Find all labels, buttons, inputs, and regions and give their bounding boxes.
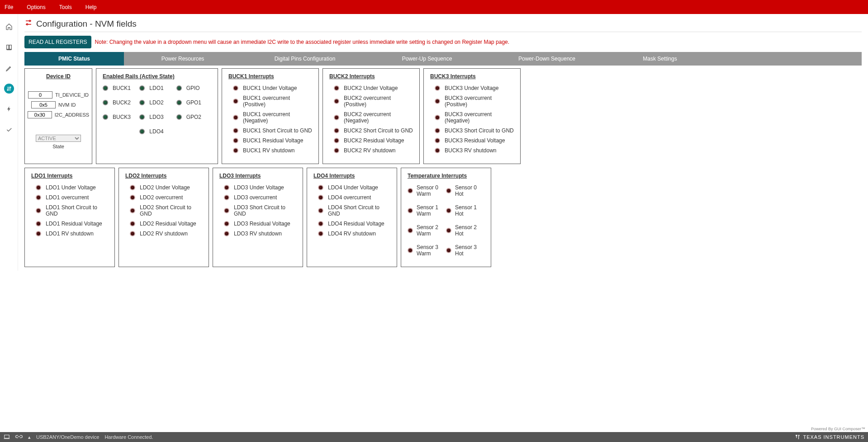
read-all-registers-button[interactable]: READ ALL REGISTERS	[24, 36, 91, 48]
led-indicator-row: LDO1	[139, 85, 174, 91]
led-icon	[334, 115, 339, 120]
led-indicator-row: Sensor 1 Hot	[446, 204, 484, 217]
led-label: LDO1 Residual Voltage	[46, 221, 102, 227]
ti-device-id-input[interactable]	[28, 91, 52, 99]
tab-power-down[interactable]: Power-Down Sequence	[486, 52, 608, 66]
led-indicator-row: LDO1 RV shutdown	[31, 230, 108, 237]
menu-help[interactable]: Help	[85, 4, 97, 10]
led-indicator-row: BUCK2 Residual Voltage	[329, 137, 413, 144]
book-icon[interactable]	[4, 42, 14, 53]
led-indicator-row: LDO3	[139, 114, 174, 120]
led-label: LDO2 overcurrent	[140, 194, 183, 201]
led-indicator-row: BUCK1	[103, 85, 138, 91]
led-label: LDO2 RV shutdown	[140, 230, 188, 237]
menu-file[interactable]: File	[5, 4, 13, 10]
panel-buck3-interrupts: BUCK3 Interrupts BUCK3 Under VoltageBUCK…	[423, 68, 521, 164]
tab-pmic-status[interactable]: PMIC Status	[24, 52, 124, 66]
tab-mask-settings[interactable]: Mask Settings	[608, 52, 712, 66]
nvm-id-input[interactable]	[31, 101, 56, 108]
menu-tools[interactable]: Tools	[59, 4, 72, 10]
tab-power-resources[interactable]: Power Resources	[124, 52, 242, 66]
led-indicator-row: LDO3 Residual Voltage	[219, 221, 296, 227]
led-icon	[36, 195, 41, 200]
led-label: Sensor 3 Warm	[417, 244, 446, 257]
led-label: LDO3 Under Voltage	[234, 184, 284, 191]
led-label: BUCK1	[113, 85, 131, 91]
led-label: BUCK1 Short Circuit to GND	[243, 127, 312, 134]
tab-digital-pins[interactable]: Digital Pins Configuration	[242, 52, 368, 66]
top-menu: File Options Tools Help	[0, 0, 868, 14]
led-label: BUCK2 Residual Voltage	[344, 137, 404, 144]
led-indicator-row: BUCK3 RV shutdown	[430, 147, 514, 154]
led-indicator-row: BUCK1 Residual Voltage	[228, 137, 312, 144]
led-icon	[318, 231, 323, 236]
led-indicator-row: BUCK2 RV shutdown	[329, 147, 413, 154]
led-icon	[233, 85, 238, 91]
menu-options[interactable]: Options	[27, 4, 45, 10]
led-indicator-row: LDO1 Short Circuit to GND	[31, 204, 108, 217]
led-indicator-row: Sensor 1 Warm	[408, 204, 446, 217]
nvm-id-label: NVM ID	[58, 102, 85, 108]
led-icon	[446, 228, 451, 233]
led-indicator-row: BUCK1 overcurrent (Negative)	[228, 111, 312, 124]
home-icon[interactable]	[4, 21, 14, 32]
note-text: Note: Changing the value in a dropdown m…	[95, 39, 510, 45]
led-label: LDO1 RV shutdown	[46, 230, 94, 237]
led-label: LDO3 RV shutdown	[234, 230, 282, 237]
state-select[interactable]: ACTIVE	[36, 135, 81, 142]
led-label: BUCK1 Residual Voltage	[243, 137, 303, 144]
led-icon	[103, 85, 108, 91]
led-indicator-row: LDO2 RV shutdown	[125, 230, 202, 237]
led-icon	[233, 138, 238, 143]
led-label: LDO4 RV shutdown	[328, 230, 376, 237]
led-label: BUCK2 overcurrent (Positive)	[344, 95, 413, 108]
led-indicator-row: Sensor 2 Hot	[446, 224, 484, 237]
led-icon	[408, 228, 413, 233]
led-indicator-row: BUCK2	[103, 99, 138, 106]
led-indicator-row: LDO1 Under Voltage	[31, 184, 108, 191]
i2c-address-label: I2C_ADDRESS	[55, 112, 89, 118]
led-icon	[435, 115, 440, 120]
led-indicator-row: LDO1 overcurrent	[31, 194, 108, 201]
left-sidebar	[0, 14, 18, 271]
pencil-icon[interactable]	[4, 63, 14, 74]
led-label: BUCK3 Under Voltage	[445, 85, 498, 91]
led-label: LDO4 Under Voltage	[328, 184, 378, 191]
led-label: BUCK2 RV shutdown	[344, 147, 396, 154]
led-icon	[334, 99, 339, 104]
led-indicator-row: LDO3 overcurrent	[219, 194, 296, 201]
svg-point-2	[29, 20, 31, 22]
led-icon	[408, 208, 413, 213]
led-icon	[130, 195, 135, 200]
led-icon	[224, 231, 229, 236]
led-indicator-row: LDO2 Residual Voltage	[125, 221, 202, 227]
led-indicator-row: LDO2 overcurrent	[125, 194, 202, 201]
led-label: BUCK3 overcurrent (Negative)	[445, 111, 514, 124]
led-icon	[318, 208, 323, 213]
bolt-icon[interactable]	[4, 103, 14, 114]
led-icon	[176, 85, 182, 91]
led-icon	[334, 85, 339, 91]
led-label: LDO4 Short Circuit to GND	[328, 204, 390, 217]
i2c-address-input[interactable]	[28, 111, 52, 118]
panel-title: BUCK3 Interrupts	[430, 73, 514, 80]
led-indicator-row: LDO2 Under Voltage	[125, 184, 202, 191]
led-indicator-row: LDO3 Under Voltage	[219, 184, 296, 191]
led-icon	[224, 195, 229, 200]
led-indicator-row: Sensor 0 Warm	[408, 184, 446, 197]
led-icon	[233, 99, 238, 104]
led-label: Sensor 0 Hot	[455, 184, 484, 197]
led-indicator-row: BUCK2 overcurrent (Negative)	[329, 111, 413, 124]
svg-point-3	[27, 24, 28, 25]
config-icon[interactable]	[4, 84, 14, 94]
led-label: LDO3 Short Circuit to GND	[234, 204, 296, 217]
led-icon	[408, 248, 413, 253]
check-icon[interactable]	[4, 124, 14, 135]
led-indicator-row: GPO1	[176, 99, 211, 106]
led-icon	[435, 138, 440, 143]
tab-power-up[interactable]: Power-Up Sequence	[368, 52, 486, 66]
led-label: Sensor 3 Hot	[455, 244, 484, 257]
led-icon	[176, 114, 182, 120]
panel-title: LDO4 Interrupts	[313, 173, 390, 179]
led-indicator-row: LDO3 Short Circuit to GND	[219, 204, 296, 217]
